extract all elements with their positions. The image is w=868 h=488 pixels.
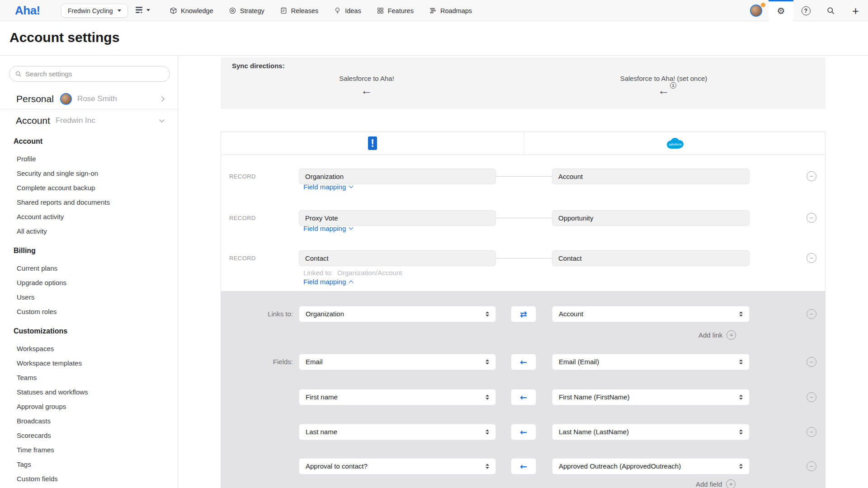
help-button[interactable]: ? [793,0,818,21]
settings-tab[interactable]: ⚙ [769,0,793,21]
sidebar-item-broadcasts[interactable]: Broadcasts [17,414,172,428]
sidebar-personal-row[interactable]: Personal Rose Smith [0,89,178,109]
nav-features[interactable]: Features [377,7,414,14]
user-avatar[interactable] [750,5,762,17]
account-org-name: Fredwin Inc [56,116,95,125]
sf-record-contact[interactable]: Contact [552,250,750,266]
arrow-left-icon: ← [520,461,527,471]
sf-record-opportunity[interactable]: Opportunity [552,210,750,226]
field-aha-select-email[interactable]: Email [299,354,496,370]
sidebar-item-scorecards[interactable]: Scorecards [17,428,172,443]
search-icon [15,70,22,77]
record-mapping-table: ! salesforce RECORD Organization Account [221,131,826,488]
chevron-down-icon [349,184,354,188]
sidebar-item-custom-fields[interactable]: Custom fields [17,472,172,486]
remove-record-button[interactable]: − [807,253,816,263]
link-aha-select[interactable]: Organization [299,306,496,322]
field-sf-select-approval[interactable]: Approved Outreach (ApprovedOutreach) [552,458,750,474]
add-button[interactable]: + [843,0,868,21]
nav-label: Features [388,7,414,14]
sidebar-account-row[interactable]: Account Fredwin Inc [0,110,178,131]
sync-direction-button[interactable]: ← [511,458,536,474]
releases-icon [280,7,288,14]
field-aha-select-approval[interactable]: Approval to contact? [299,458,496,474]
workspace-selector[interactable]: Fredwin Cycling [61,4,128,18]
sidebar-item-account-activity[interactable]: Account activity [17,210,172,224]
nav-releases[interactable]: Releases [280,7,318,14]
sidebar-item-approval-groups[interactable]: Approval groups [17,399,172,414]
aha-record-organization[interactable]: Organization [299,169,496,184]
settings-search[interactable] [9,66,170,82]
field-mapping-label: Field mapping [303,225,346,232]
nav-label: Releases [291,7,318,14]
add-field-button[interactable]: Add field + [696,479,736,488]
field-mapping-label: Field mapping [303,183,346,191]
sidebar-item-custom-roles[interactable]: Custom roles [17,305,172,319]
nav-ideas[interactable]: Ideas [334,7,361,14]
link-sf-select[interactable]: Account [552,306,750,322]
once-badge: 1 [670,82,676,89]
aha-record-contact[interactable]: Contact [299,250,496,266]
sidebar-item-workspace-templates[interactable]: Workspace templates [17,356,172,371]
linked-to-label: Linked to: [303,269,333,277]
field-aha-select-last-name[interactable]: Last name [299,424,496,440]
plus-circle-icon: + [726,479,736,488]
menu-list-button[interactable] [136,6,150,14]
sidebar-item-upgrade-options[interactable]: Upgrade options [17,276,172,290]
remove-record-button[interactable]: − [807,171,816,181]
search-input[interactable] [25,70,164,78]
sidebar-item-time-frames[interactable]: Time frames [17,443,172,457]
links-to-label: Links to: [225,310,293,318]
search-button[interactable] [818,0,843,21]
aha-logo[interactable]: Aha! [15,4,40,18]
sidebar-item-tags[interactable]: Tags [17,457,172,472]
sync-both-directions-button[interactable]: ⇄ [511,306,536,322]
remove-field-button[interactable]: − [807,461,816,471]
table-header: ! salesforce [221,132,825,155]
remove-record-button[interactable]: − [807,213,816,223]
sidebar-item-all-activity[interactable]: All activity [17,224,172,239]
select-value: Approved Outreach (ApprovedOutreach) [559,462,681,470]
remove-field-button[interactable]: − [807,427,816,437]
roadmaps-icon [429,7,437,14]
field-mapping-link-3[interactable]: Field mapping [303,278,353,286]
nav-knowledge[interactable]: Knowledge [170,7,213,14]
arrows-both-icon: ⇄ [520,309,527,319]
sidebar-item-current-plans[interactable]: Current plans [17,261,172,276]
sidebar-item-statuses-workflows[interactable]: Statuses and workflows [17,385,172,399]
select-value: First name [306,393,338,401]
sidebar-item-workspaces[interactable]: Workspaces [17,342,172,356]
field-sf-select-email[interactable]: Email (Email) [552,354,750,370]
field-mapping-link-1[interactable]: Field mapping [303,183,353,191]
sidebar-item-profile[interactable]: Profile [17,152,172,166]
sidebar-item-users[interactable]: Users [17,290,172,305]
nav-strategy[interactable]: Strategy [229,7,264,14]
sync-directions-label: Sync directions: [232,62,285,70]
remove-field-button[interactable]: − [807,357,816,367]
field-mapping-link-2[interactable]: Field mapping [303,225,353,232]
sidebar-item-backup[interactable]: Complete account backup [17,181,172,195]
arrow-left-icon: ← [520,427,527,437]
personal-user-name: Rose Smith [77,94,117,103]
field-sf-select-last-name[interactable]: Last Name (LastName) [552,424,750,440]
record-connector [496,258,552,258]
aha-record-proxy-vote[interactable]: Proxy Vote [299,210,496,226]
sync-direction-button[interactable]: ← [511,424,536,440]
app-screen: Aha! Fredwin Cycling Knowledge [0,0,868,488]
ideas-icon [334,7,341,14]
record-type-label: RECORD [229,215,283,221]
user-avatar-small [60,93,72,105]
select-stepper-icon [486,395,489,400]
sync-direction-button[interactable]: ← [511,354,536,370]
remove-link-button[interactable]: − [807,309,816,319]
field-sf-select-first-name[interactable]: First Name (FirstName) [552,389,750,405]
sidebar-item-shared-reports[interactable]: Shared reports and documents [17,195,172,210]
add-link-button[interactable]: Add link + [698,330,736,340]
sidebar-item-teams[interactable]: Teams [17,371,172,385]
sf-record-account[interactable]: Account [552,169,750,184]
sidebar-item-security[interactable]: Security and single sign-on [17,166,172,181]
remove-field-button[interactable]: − [807,392,816,402]
nav-roadmaps[interactable]: Roadmaps [429,7,472,14]
sync-direction-button[interactable]: ← [511,389,536,405]
field-aha-select-first-name[interactable]: First name [299,389,496,405]
